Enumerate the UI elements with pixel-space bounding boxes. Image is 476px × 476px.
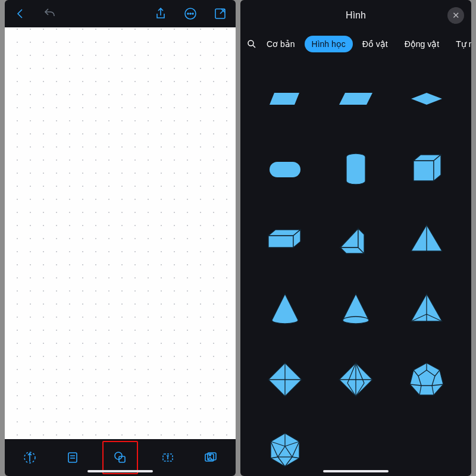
svg-point-1 xyxy=(187,13,189,14)
svg-point-15 xyxy=(248,40,253,46)
svg-rect-6 xyxy=(68,453,77,462)
image-tool-button[interactable] xyxy=(198,444,224,471)
tab-nature[interactable]: Tự nhiên xyxy=(449,36,471,52)
home-indicator xyxy=(87,470,153,472)
note-tool-icon xyxy=(65,450,80,465)
more-button[interactable] xyxy=(181,4,200,23)
undo-button[interactable] xyxy=(40,4,60,23)
tab-animals[interactable]: Động vật xyxy=(397,36,446,52)
svg-line-16 xyxy=(253,45,255,48)
top-toolbar xyxy=(5,0,236,27)
shape-trapezoid[interactable] xyxy=(261,77,309,120)
back-button[interactable] xyxy=(11,4,30,23)
shape-rounded-rectangle[interactable] xyxy=(261,148,309,190)
svg-marker-18 xyxy=(339,93,372,105)
shape-parallelogram[interactable] xyxy=(332,77,380,120)
text-tool-icon xyxy=(161,450,175,465)
tab-objects[interactable]: Đồ vật xyxy=(355,36,395,52)
panel-header: Hình ✕ xyxy=(240,0,471,31)
panel-title: Hình xyxy=(346,10,366,21)
home-indicator xyxy=(323,470,389,472)
close-icon: ✕ xyxy=(452,10,460,21)
search-button[interactable] xyxy=(246,35,257,53)
shapes-tool-highlight xyxy=(102,441,138,474)
pen-tool-icon xyxy=(23,450,37,465)
shape-cylinder[interactable] xyxy=(332,148,380,190)
shape-rhombus[interactable] xyxy=(403,77,450,120)
shapes-panel-screen: Hình ✕ Cơ bản Hình học Đồ vật Động vật T… xyxy=(240,0,471,476)
shape-octahedron-top[interactable] xyxy=(261,358,309,401)
svg-point-2 xyxy=(190,13,191,14)
shape-pyramid[interactable] xyxy=(403,218,450,261)
share-icon xyxy=(154,7,168,21)
more-icon xyxy=(183,7,198,21)
svg-point-14 xyxy=(209,455,211,456)
text-tool-button[interactable] xyxy=(155,444,181,471)
share-button[interactable] xyxy=(151,4,170,23)
shape-cone-solid[interactable] xyxy=(261,288,309,331)
bottom-toolbar xyxy=(5,439,236,476)
svg-marker-17 xyxy=(270,93,299,105)
compose-icon xyxy=(213,7,227,21)
svg-point-33 xyxy=(343,317,369,324)
shape-triangular-prism[interactable] xyxy=(332,218,380,261)
shape-cone-wireframe[interactable] xyxy=(332,288,380,331)
svg-rect-20 xyxy=(270,162,300,177)
undo-icon xyxy=(43,7,57,21)
shapes-tool-icon xyxy=(113,450,127,465)
svg-marker-28 xyxy=(340,228,358,248)
tab-basic[interactable]: Cơ bản xyxy=(259,36,302,52)
svg-marker-24 xyxy=(268,236,293,248)
tab-geometry[interactable]: Hình học xyxy=(305,36,353,52)
pen-tool-button[interactable] xyxy=(17,444,43,471)
shapes-tool-button[interactable] xyxy=(107,444,133,471)
shape-dodecahedron[interactable] xyxy=(403,358,450,401)
compose-button[interactable] xyxy=(211,4,230,23)
close-button[interactable]: ✕ xyxy=(447,7,464,24)
svg-marker-19 xyxy=(411,93,442,105)
svg-point-9 xyxy=(115,452,122,459)
drawing-app-screen xyxy=(5,0,236,476)
drawing-canvas[interactable] xyxy=(5,27,236,439)
note-tool-button[interactable] xyxy=(60,444,86,471)
svg-point-3 xyxy=(192,13,193,14)
chevron-left-icon xyxy=(13,7,27,21)
image-tool-icon xyxy=(203,450,218,465)
shape-rectangular-prism[interactable] xyxy=(261,218,309,261)
shape-tetrahedron[interactable] xyxy=(403,288,450,331)
shape-octahedron[interactable] xyxy=(332,358,380,401)
category-tabs: Cơ bản Hình học Đồ vật Động vật Tự nhiên xyxy=(240,31,471,57)
shape-icosahedron[interactable] xyxy=(261,428,309,471)
shape-cube[interactable] xyxy=(403,148,450,190)
svg-marker-21 xyxy=(414,161,434,181)
shape-grid xyxy=(240,57,471,476)
search-icon xyxy=(246,39,257,49)
